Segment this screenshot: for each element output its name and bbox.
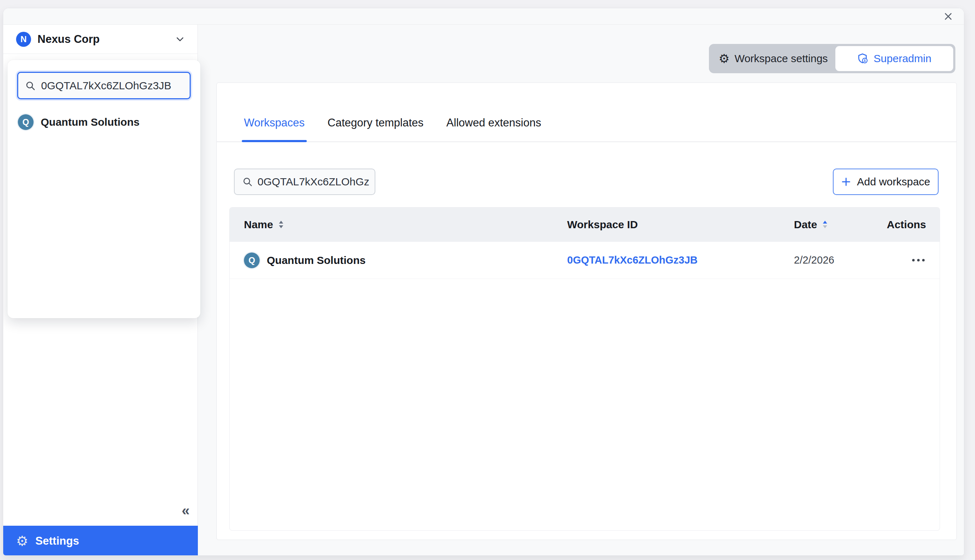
tab-allowed-extensions[interactable]: Allowed extensions [445, 117, 542, 142]
column-label: Name [244, 218, 273, 231]
tab-category-templates[interactable]: Category templates [326, 117, 425, 142]
column-header-date[interactable]: Date [794, 218, 887, 231]
cell-actions [887, 255, 925, 265]
cell-name: Q Quantum Solutions [244, 252, 567, 268]
workspaces-search-input[interactable] [258, 176, 369, 188]
row-actions-menu-icon[interactable] [912, 255, 925, 265]
table-row[interactable]: Q Quantum Solutions 0GQTAL7kXc6ZLOhGz3JB… [230, 242, 940, 279]
workspace-date: 2/2/2026 [794, 254, 834, 266]
search-icon [242, 177, 252, 187]
gear-icon: ⚙ [718, 52, 729, 65]
admin-mode-toggle: ⚙ Workspace settings Superadmin [709, 44, 955, 73]
sidebar-search-input[interactable] [41, 80, 182, 92]
org-search-dropdown: Q Quantum Solutions [8, 60, 200, 318]
tab-workspaces[interactable]: Workspaces [242, 117, 306, 142]
cell-date: 2/2/2026 [794, 254, 887, 266]
close-icon [943, 12, 953, 21]
shield-user-icon [857, 53, 868, 64]
segment-label: Workspace settings [735, 52, 828, 65]
gear-icon: ⚙ [16, 534, 28, 548]
tab-bar: Workspaces Category templates Allowed ex… [217, 83, 957, 142]
column-header-name[interactable]: Name [244, 218, 567, 231]
workspace-avatar: Q [18, 114, 33, 130]
workspaces-table: Name Workspace ID Date [229, 207, 940, 531]
column-label: Date [794, 218, 817, 231]
window-topbar [3, 8, 964, 25]
column-header-actions: Actions [887, 218, 926, 231]
sidebar-search-box [17, 72, 191, 99]
app-window: N Nexus Corp Q Quantum Solutions [3, 8, 964, 556]
close-button[interactable] [942, 10, 955, 23]
table-header-row: Name Workspace ID Date [230, 208, 940, 242]
workspaces-search-box [234, 168, 375, 195]
workspace-result-name: Quantum Solutions [41, 116, 140, 128]
plus-icon [841, 177, 851, 187]
segment-workspace-settings[interactable]: ⚙ Workspace settings [711, 46, 835, 71]
cell-workspace-id: 0GQTAL7kXc6ZLOhGz3JB [567, 254, 794, 266]
workspace-avatar: Q [244, 252, 260, 268]
settings-label: Settings [35, 535, 79, 548]
workspace-name: Quantum Solutions [267, 254, 366, 267]
workspace-id-link[interactable]: 0GQTAL7kXc6ZLOhGz3JB [567, 254, 698, 266]
chevron-down-icon [176, 37, 184, 42]
org-avatar: N [16, 32, 31, 47]
add-workspace-label: Add workspace [857, 176, 930, 188]
column-label: Actions [887, 218, 926, 231]
sidebar: N Nexus Corp Q Quantum Solutions [3, 25, 198, 556]
column-label: Workspace ID [567, 218, 638, 231]
segment-superadmin[interactable]: Superadmin [835, 46, 953, 71]
add-workspace-button[interactable]: Add workspace [833, 168, 938, 195]
workspace-result-item[interactable]: Q Quantum Solutions [17, 114, 191, 130]
collapse-icon: « [182, 502, 190, 518]
main-pane: ⚙ Workspace settings Superadmin [198, 25, 964, 556]
content-card: Workspaces Category templates Allowed ex… [217, 82, 957, 540]
screen: N Nexus Corp Q Quantum Solutions [0, 0, 975, 560]
column-header-workspace-id: Workspace ID [567, 218, 794, 231]
segment-label: Superadmin [873, 52, 932, 65]
search-icon [25, 81, 35, 91]
sidebar-collapse-button[interactable]: « [182, 503, 190, 518]
org-name: Nexus Corp [38, 33, 176, 46]
org-switcher[interactable]: N Nexus Corp [3, 25, 198, 54]
sidebar-item-settings[interactable]: ⚙ Settings [3, 526, 198, 556]
sort-icon-asc [822, 220, 828, 229]
sort-icon [278, 220, 284, 229]
